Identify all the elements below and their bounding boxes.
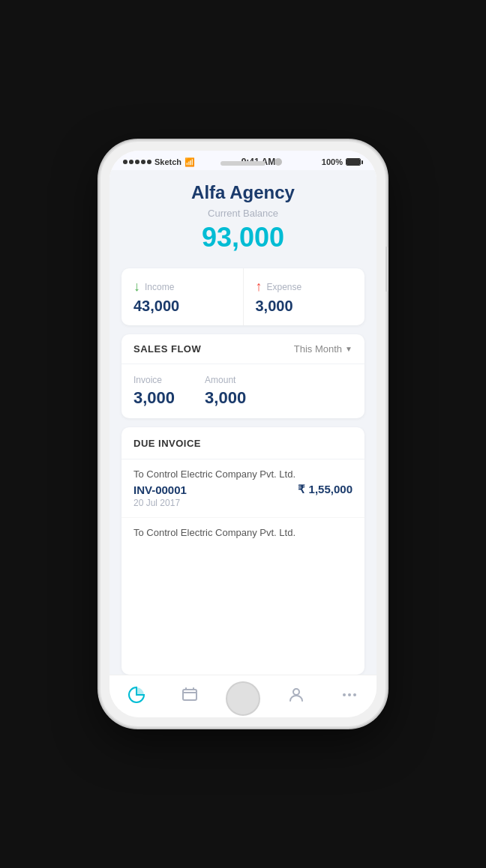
- phone-screen: Sketch 📶 9:41 AM 100% Alfa Agency C: [110, 151, 376, 717]
- invoice-item-1[interactable]: To Control Electric Company Pvt. Ltd. IN…: [122, 459, 364, 518]
- person-icon: [287, 686, 305, 708]
- svg-point-2: [343, 693, 346, 696]
- invoice-to-1: To Control Electric Company Pvt. Ltd.: [134, 468, 352, 480]
- invoice-value: 3,000: [134, 388, 175, 408]
- income-label: Income: [145, 282, 174, 292]
- balance-amount: 93,000: [128, 222, 358, 253]
- status-left: Sketch 📶: [123, 157, 195, 167]
- sales-flow-card: SALES FLOW This Month ▼ Invoice 3,000 Am…: [122, 334, 364, 418]
- invoice-id-1: INV-00001: [134, 483, 187, 496]
- carrier-label: Sketch: [154, 157, 182, 166]
- phone-speaker: [220, 161, 266, 166]
- signal-dots: [123, 160, 152, 164]
- battery-percent: 100%: [322, 157, 343, 166]
- side-button: [386, 247, 388, 292]
- sales-flow-header: SALES FLOW This Month ▼: [122, 334, 364, 364]
- phone-frame: Sketch 📶 9:41 AM 100% Alfa Agency C: [100, 142, 386, 726]
- income-header: ↓ Income: [134, 279, 231, 295]
- sales-flow-filter[interactable]: This Month ▼: [294, 343, 352, 355]
- invoice-date-1: 20 Jul 2017: [134, 498, 352, 508]
- amount-value: 3,000: [205, 388, 246, 408]
- sales-amount-item: Amount 3,000: [205, 375, 246, 408]
- battery-icon: [346, 158, 363, 166]
- due-invoice-title: DUE INVOICE: [134, 438, 201, 449]
- income-expense-card: ↓ Income 43,000 ↑ Expense 3,000: [122, 268, 364, 325]
- svg-point-1: [293, 689, 299, 695]
- status-bar: Sketch 📶 9:41 AM 100%: [110, 151, 376, 170]
- balance-label: Current Balance: [128, 208, 358, 219]
- nav-item-inbox[interactable]: [172, 683, 208, 711]
- svg-rect-0: [183, 690, 196, 700]
- nav-item-dashboard[interactable]: [118, 683, 154, 711]
- phone-camera: [274, 158, 282, 166]
- invoice-list: To Control Electric Company Pvt. Ltd. IN…: [122, 459, 364, 675]
- screen-content: Alfa Agency Current Balance 93,000 ↓ Inc…: [110, 170, 376, 675]
- income-arrow-icon: ↓: [134, 279, 140, 295]
- expense-label: Expense: [267, 282, 302, 292]
- phone-home-button[interactable]: [226, 681, 260, 716]
- filter-chevron-icon: ▼: [345, 345, 352, 353]
- nav-item-more[interactable]: [332, 683, 368, 711]
- svg-point-3: [348, 693, 351, 696]
- income-amount: 43,000: [134, 298, 231, 315]
- sales-flow-title: SALES FLOW: [134, 343, 201, 355]
- expense-header: ↑ Expense: [256, 279, 353, 295]
- invoice-amount-1: ₹ 1,55,000: [298, 483, 352, 496]
- expense-arrow-icon: ↑: [256, 279, 262, 295]
- wifi-icon: 📶: [184, 157, 195, 167]
- invoice-to-2: To Control Electric Company Pvt. Ltd.: [134, 527, 352, 538]
- due-invoice-card: DUE INVOICE To Control Electric Company …: [122, 427, 364, 675]
- inbox-icon: [181, 686, 199, 708]
- filter-label: This Month: [294, 343, 342, 355]
- invoice-item-2[interactable]: To Control Electric Company Pvt. Ltd.: [122, 518, 364, 550]
- svg-point-4: [353, 693, 356, 696]
- invoice-detail-row-1: INV-00001 ₹ 1,55,000: [134, 483, 352, 496]
- phone-wrapper: Sketch 📶 9:41 AM 100% Alfa Agency C: [0, 0, 486, 868]
- nav-item-profile[interactable]: [278, 683, 314, 711]
- sales-invoice-item: Invoice 3,000: [134, 375, 175, 408]
- agency-name: Alfa Agency: [128, 182, 358, 203]
- more-dots-icon: [340, 686, 358, 708]
- chart-pie-icon: [128, 686, 146, 708]
- income-item: ↓ Income 43,000: [122, 268, 244, 325]
- due-invoice-header: DUE INVOICE: [122, 427, 364, 459]
- status-right: 100%: [322, 157, 363, 166]
- expense-amount: 3,000: [256, 298, 353, 315]
- sales-flow-body: Invoice 3,000 Amount 3,000: [122, 364, 364, 418]
- invoice-label: Invoice: [134, 375, 175, 385]
- amount-label: Amount: [205, 375, 246, 385]
- expense-item: ↑ Expense 3,000: [244, 268, 365, 325]
- header-section: Alfa Agency Current Balance 93,000: [110, 170, 376, 268]
